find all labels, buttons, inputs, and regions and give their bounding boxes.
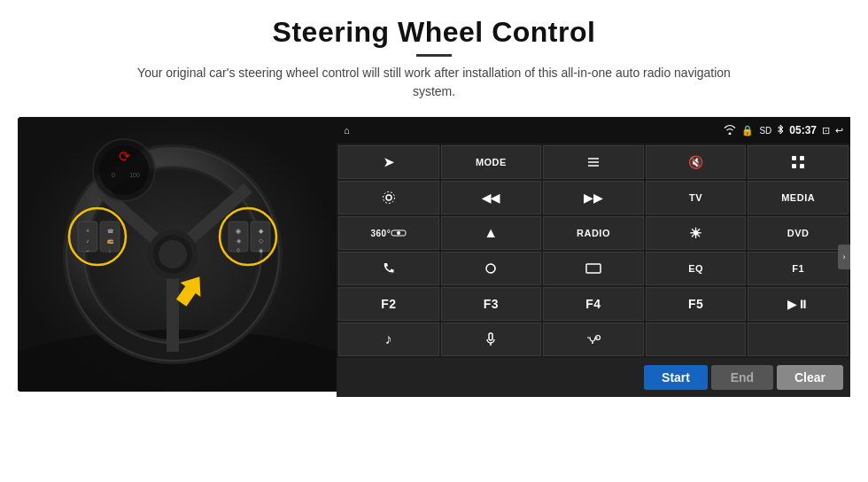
- status-right: 🔒 SD 05:37 ⊡ ↩: [724, 124, 843, 136]
- svg-text:0: 0: [112, 172, 115, 178]
- svg-text:📻: 📻: [107, 237, 114, 245]
- home-icon[interactable]: ⌂: [344, 125, 350, 136]
- title-divider: [416, 54, 452, 57]
- svg-point-44: [386, 195, 391, 200]
- svg-text:⟳: ⟳: [119, 149, 131, 164]
- next-button[interactable]: ▶▶: [543, 181, 644, 214]
- svg-point-45: [383, 192, 394, 204]
- status-left: ⌂: [344, 125, 350, 136]
- playpause-button[interactable]: ▶⏸: [748, 287, 849, 321]
- lock-icon: 🔒: [741, 125, 754, 136]
- list-button[interactable]: [543, 145, 644, 179]
- empty1: [646, 323, 747, 356]
- svg-rect-41: [800, 156, 804, 160]
- android-panel: ⌂ 🔒 SD 05:37 ⊡ ↩: [337, 117, 850, 397]
- svg-text:◊: ◊: [236, 247, 240, 253]
- bottom-bar: Start End Clear: [337, 358, 850, 397]
- status-bar: ⌂ 🔒 SD 05:37 ⊡ ↩: [337, 117, 850, 144]
- page-subtitle: Your original car's steering wheel contr…: [115, 64, 753, 101]
- mic-button[interactable]: [441, 323, 542, 356]
- button-grid: ➤ MODE 🔇 ◀◀: [337, 144, 850, 358]
- svg-text:↓: ↓: [109, 248, 112, 253]
- wifi-icon: [724, 124, 736, 136]
- svg-rect-42: [792, 164, 796, 168]
- svg-text:◉: ◉: [236, 228, 241, 234]
- svg-rect-40: [792, 156, 796, 160]
- f1-button[interactable]: F1: [748, 252, 849, 285]
- tv-button[interactable]: TV: [646, 181, 747, 214]
- page-title: Steering Wheel Control: [115, 16, 753, 49]
- settings-button[interactable]: [338, 181, 439, 214]
- music-button[interactable]: ♪: [338, 323, 439, 356]
- apps-button[interactable]: [748, 145, 849, 179]
- mode-button[interactable]: MODE: [441, 145, 542, 179]
- f5-button[interactable]: F5: [646, 287, 747, 321]
- empty2: [748, 323, 849, 356]
- svg-text:♪: ♪: [86, 237, 89, 244]
- svg-text:100: 100: [129, 172, 140, 178]
- f3-button[interactable]: F3: [441, 287, 542, 321]
- svg-rect-43: [800, 164, 804, 168]
- mute-button[interactable]: 🔇: [646, 145, 747, 179]
- svg-text:☎: ☎: [107, 229, 114, 234]
- dvd-button[interactable]: DVD: [748, 216, 849, 250]
- scroll-tab[interactable]: ›: [838, 245, 850, 269]
- content-area: + ♪ – ☎ 📻 ↓ ◉ ◈ ◊ ◆ ◇ ◈: [18, 117, 850, 397]
- svg-point-47: [397, 231, 400, 235]
- steering-wheel-image: + ♪ – ☎ 📻 ↓ ◉ ◈ ◊ ◆ ◇ ◈: [18, 117, 337, 392]
- nav-button[interactable]: ➤: [338, 145, 439, 179]
- bt-icon: [777, 124, 784, 136]
- svg-text:+: +: [86, 228, 89, 234]
- cam360-button[interactable]: 360°: [338, 216, 439, 250]
- f4-button[interactable]: F4: [543, 287, 644, 321]
- screen-button[interactable]: [543, 252, 644, 285]
- f2-button[interactable]: F2: [338, 287, 439, 321]
- sd-icon: SD: [759, 126, 771, 136]
- svg-point-10: [159, 240, 187, 268]
- phone-button[interactable]: [338, 252, 439, 285]
- page-wrapper: Steering Wheel Control Your original car…: [0, 0, 868, 482]
- clear-button[interactable]: Clear: [777, 365, 843, 390]
- svg-rect-49: [586, 264, 601, 273]
- swirl-button[interactable]: [441, 252, 542, 285]
- start-button[interactable]: Start: [644, 365, 708, 390]
- eq-button[interactable]: EQ: [646, 252, 747, 285]
- eject-button[interactable]: ▲: [441, 216, 542, 250]
- brightness-button[interactable]: ☀: [646, 216, 747, 250]
- prev-button[interactable]: ◀◀: [441, 181, 542, 214]
- radio-button[interactable]: RADIO: [543, 216, 644, 250]
- handsfree-button[interactable]: [543, 323, 644, 356]
- svg-rect-13: [100, 222, 120, 252]
- back-icon: ↩: [835, 125, 843, 136]
- window-icon: ⊡: [822, 125, 830, 136]
- title-section: Steering Wheel Control Your original car…: [115, 16, 753, 101]
- status-time: 05:37: [789, 124, 817, 136]
- svg-rect-50: [489, 333, 492, 340]
- end-button[interactable]: End: [711, 365, 773, 390]
- media-button[interactable]: MEDIA: [748, 181, 849, 214]
- svg-text:–: –: [86, 247, 89, 253]
